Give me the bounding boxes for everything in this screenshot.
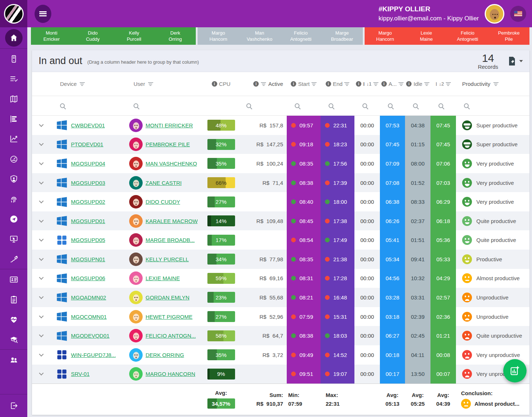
team-member[interactable]: ManVashchenko xyxy=(239,27,280,45)
sidebar-item-connections[interactable] xyxy=(0,249,27,269)
search-i1[interactable] xyxy=(354,103,380,108)
filter-icon[interactable] xyxy=(493,82,499,86)
filter-icon[interactable] xyxy=(261,82,266,86)
sidebar-item-fingerprint[interactable] xyxy=(0,189,27,209)
row-expand[interactable] xyxy=(32,173,50,192)
search-idle[interactable] xyxy=(405,103,430,108)
search-start[interactable] xyxy=(287,103,321,108)
device-link[interactable]: MGOSUPD01 xyxy=(71,218,105,224)
row-expand[interactable] xyxy=(32,135,50,154)
team-member[interactable]: DidoCuddy xyxy=(72,27,113,45)
column-header-cpu[interactable]: CPU xyxy=(204,81,238,87)
sidebar-item-remote-desktop[interactable] xyxy=(0,229,27,249)
column-header-productivity[interactable]: Productivity xyxy=(456,81,529,87)
row-expand[interactable] xyxy=(32,307,50,326)
sidebar-item-analytics[interactable] xyxy=(0,129,27,149)
user-link[interactable]: LEXIE MAINE xyxy=(146,275,180,281)
user-link[interactable]: DERK ORRING xyxy=(146,352,184,358)
sidebar-item-performance[interactable] xyxy=(0,149,27,169)
row-expand[interactable] xyxy=(32,365,50,384)
search-i2[interactable] xyxy=(430,103,456,108)
row-expand[interactable] xyxy=(32,345,50,365)
filter-icon[interactable] xyxy=(311,82,317,86)
filter-icon[interactable] xyxy=(446,82,451,86)
device-link[interactable]: MGOADMN02 xyxy=(71,294,106,301)
device-link[interactable]: CWBDEVD01 xyxy=(71,122,105,128)
user-link[interactable]: PEMBROKE PILE xyxy=(146,141,190,147)
team-member[interactable]: DerkOrring xyxy=(155,27,196,45)
device-link[interactable]: MGOSUPD06 xyxy=(71,275,105,281)
filter-icon[interactable] xyxy=(424,82,429,86)
row-expand[interactable] xyxy=(32,230,50,250)
language-button[interactable] xyxy=(510,6,526,22)
column-header-i2[interactable]: I↓2 xyxy=(430,81,456,87)
filter-icon[interactable] xyxy=(344,82,349,86)
device-link[interactable]: PTODEVD01 xyxy=(71,141,103,147)
menu-button[interactable] xyxy=(35,5,51,23)
device-link[interactable]: MGOSUPN01 xyxy=(71,256,105,262)
sidebar-item-health[interactable] xyxy=(0,309,27,329)
user-link[interactable]: KELLY PURCELL xyxy=(146,256,189,262)
search-device[interactable] xyxy=(50,103,125,108)
export-button[interactable] xyxy=(508,56,523,66)
user-link[interactable]: HEWET PIGROME xyxy=(146,314,192,320)
user-link[interactable]: GORDAN EMLYN xyxy=(146,294,190,301)
device-link[interactable]: MGOSUPD04 xyxy=(71,160,105,167)
user-link[interactable]: MONTI ERRICKER xyxy=(146,122,193,128)
device-link[interactable]: MGOSUPD05 xyxy=(71,237,105,243)
sidebar-item-employees[interactable] xyxy=(0,269,27,289)
team-member[interactable]: FelicioAntognetti xyxy=(447,27,488,45)
search-end[interactable] xyxy=(321,103,354,108)
user-link[interactable]: KARALEE MACROW xyxy=(146,218,198,224)
sidebar-item-logout[interactable] xyxy=(0,394,27,417)
row-expand[interactable] xyxy=(32,192,50,211)
row-expand[interactable] xyxy=(32,116,50,135)
team-member[interactable]: MargeBroadbear xyxy=(321,27,362,45)
filter-icon[interactable] xyxy=(398,82,404,86)
sidebar-item-map[interactable] xyxy=(0,89,27,109)
column-header-device[interactable]: Device xyxy=(50,81,125,87)
column-header-start[interactable]: Start xyxy=(287,81,321,87)
sidebar-item-tasks[interactable] xyxy=(0,69,27,89)
column-header-end[interactable]: End xyxy=(321,81,354,87)
column-header-user[interactable]: User xyxy=(125,81,204,87)
user-link[interactable]: DIDO CUDDY xyxy=(146,199,180,205)
row-expand[interactable] xyxy=(32,250,50,269)
add-report-button[interactable] xyxy=(503,359,527,382)
device-link[interactable]: SRV-01 xyxy=(71,371,90,377)
sidebar-item-people[interactable] xyxy=(0,350,27,370)
sidebar-item-devices[interactable] xyxy=(0,49,27,69)
column-header-active[interactable]: Active xyxy=(238,81,287,87)
search-user[interactable] xyxy=(125,103,204,108)
team-member[interactable]: MontiErricker xyxy=(31,27,72,45)
device-link[interactable]: WIN-FGUPD7J8... xyxy=(71,352,116,358)
search-productivity[interactable] xyxy=(456,103,529,108)
device-link[interactable]: MGOCOMN01 xyxy=(71,314,107,320)
sidebar-item-messages[interactable] xyxy=(0,209,27,229)
row-expand[interactable] xyxy=(32,269,50,288)
device-link[interactable]: MGOSUPD02 xyxy=(71,199,105,205)
team-member[interactable]: LexieMaine xyxy=(406,27,447,45)
team-member[interactable]: MargoHancorn xyxy=(365,27,406,45)
team-member[interactable]: MargoHancorn xyxy=(198,27,239,45)
sidebar-item-audit[interactable] xyxy=(0,329,27,349)
user-link[interactable]: MARGE BROADB... xyxy=(146,237,195,243)
filter-icon[interactable] xyxy=(80,82,85,86)
search-active[interactable] xyxy=(238,103,287,108)
row-expand[interactable] xyxy=(32,211,50,231)
user-link[interactable]: MARGO HANCORN xyxy=(146,371,195,377)
user-avatar[interactable] xyxy=(485,4,504,24)
row-expand[interactable] xyxy=(32,326,50,345)
row-expand[interactable] xyxy=(32,154,50,173)
column-header-i1[interactable]: I↓1 xyxy=(354,81,380,87)
sidebar-item-security[interactable] xyxy=(0,169,27,189)
team-member[interactable]: PembrokePile xyxy=(488,27,529,45)
user-link[interactable]: FELICIO ANTOGN... xyxy=(146,333,196,339)
search-active-time[interactable] xyxy=(380,103,405,108)
team-member[interactable]: FelicioAntognetti xyxy=(280,27,321,45)
row-expand[interactable] xyxy=(32,288,50,307)
device-link[interactable]: MGODEVQD01 xyxy=(71,333,110,339)
sidebar-item-reports[interactable] xyxy=(0,109,27,129)
user-link[interactable]: MAN VASHCHENKO xyxy=(146,160,197,167)
user-link[interactable]: ZANE CASTRI xyxy=(146,180,182,186)
